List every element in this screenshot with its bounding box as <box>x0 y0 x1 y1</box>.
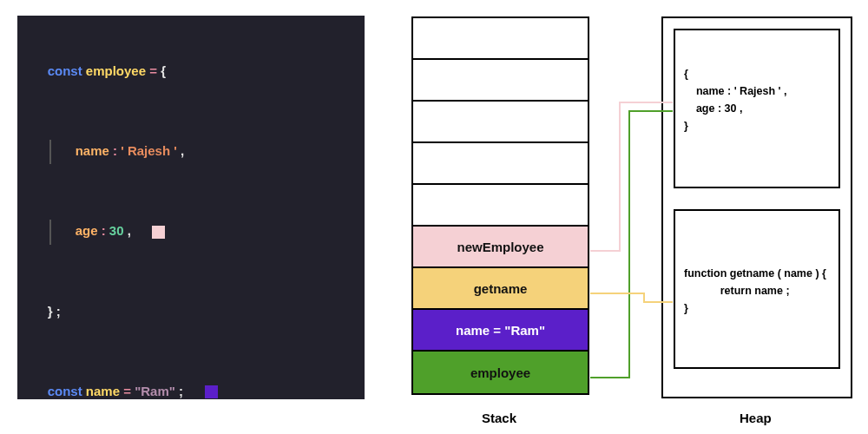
heap-object-box: { name : ' Rajesh ' , age : 30 , } <box>674 29 840 188</box>
comma: , <box>128 223 142 238</box>
heap-line: return name ; <box>684 282 830 299</box>
key-age: age <box>76 223 102 238</box>
code-panel: const employee = { name : ' Rajesh ' , a… <box>17 16 365 399</box>
slot-label: employee <box>470 365 530 380</box>
stack-slot-name: name = "Ram" <box>413 310 588 352</box>
code-line-5: const name = "Ram" ; <box>33 352 349 431</box>
heap-line: function getname ( name ) { <box>684 265 830 282</box>
stack-diagram: newEmployee getname name = "Ram" employe… <box>411 16 589 395</box>
stack-slot-empty <box>413 185 588 227</box>
code-line-1: const employee = { <box>33 31 349 111</box>
colon: : <box>113 143 121 158</box>
var-employee: employee <box>86 63 149 78</box>
stack-label: Stack <box>482 411 516 425</box>
swatch-purple <box>205 385 218 398</box>
stack-slot-empty <box>413 102 588 143</box>
heap-line: } <box>684 299 830 317</box>
heap-line: } <box>684 117 830 135</box>
slot-label: newEmployee <box>457 240 543 254</box>
stack-slot-newemployee: newEmployee <box>413 227 588 268</box>
val-30: 30 <box>109 223 128 238</box>
connector-pink <box>590 102 673 251</box>
kw-const: const <box>48 384 86 398</box>
heap-function-box: function getname ( name ) { return name … <box>674 209 840 369</box>
slot-label: name = "Ram" <box>456 323 545 338</box>
brace-close: } ; <box>48 304 61 319</box>
brace-open: { <box>161 63 166 78</box>
swatch-pink <box>152 226 165 239</box>
val-ram: "Ram" <box>135 384 179 398</box>
var-name: name <box>86 384 123 398</box>
code-line-4: } ; <box>33 272 349 352</box>
stack-slot-empty <box>413 143 588 185</box>
stack-slot-getname: getname <box>413 268 588 310</box>
heap-line: age : 30 , <box>684 100 830 117</box>
colon: : <box>102 223 109 238</box>
heap-line: name : ' Rajesh ' , <box>684 82 830 100</box>
heap-label: Heap <box>740 411 772 425</box>
op-eq: = <box>123 384 135 398</box>
comma: , <box>181 143 184 158</box>
code-line-3: age : 30 , <box>33 192 349 272</box>
stack-slot-empty <box>413 18 588 60</box>
code-line-2: name : ' Rajesh ' , <box>33 111 349 191</box>
heap-diagram: { name : ' Rajesh ' , age : 30 , } funct… <box>661 16 852 398</box>
indent-bar <box>49 220 76 245</box>
connector-yellow <box>590 293 673 302</box>
key-name: name <box>76 143 113 158</box>
kw-const: const <box>48 63 86 78</box>
indent-bar <box>49 140 76 165</box>
val-rajesh: ' Rajesh ' <box>121 143 181 158</box>
stack-slot-empty <box>413 60 588 102</box>
stack-slot-employee: employee <box>413 352 588 393</box>
connector-green <box>590 111 673 378</box>
slot-label: getname <box>474 281 528 296</box>
heap-line: { <box>684 65 830 82</box>
op-eq: = <box>149 63 161 78</box>
semi: ; <box>179 384 194 398</box>
